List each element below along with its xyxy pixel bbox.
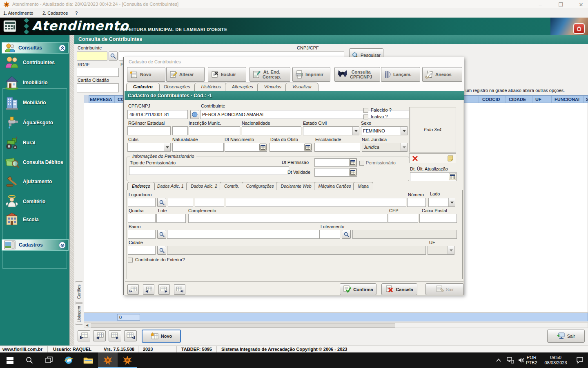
toolbar-anexos-button[interactable]: Anexos [422, 67, 462, 82]
toolbar-excluir-button[interactable]: Excluir [208, 67, 246, 82]
calendar-icon[interactable] [349, 159, 356, 166]
task-view-button[interactable] [39, 352, 59, 368]
sidebar-item-ajuizamento[interactable]: Ajuizamento [4, 173, 65, 191]
language-indicator[interactable]: POR PTB2 [526, 355, 537, 366]
toolbar-consulta-cpf-button[interactable]: Consulta CPF/CNPJ [334, 67, 380, 82]
column-header[interactable]: S [586, 97, 588, 102]
sidebar-item-cemiterio[interactable]: Cemitério [4, 193, 65, 211]
estado-civil-select[interactable] [303, 126, 359, 135]
permissionario-checkbox[interactable] [359, 161, 364, 166]
subtab-contrib[interactable]: Contrib. [220, 182, 244, 190]
scroll-left-arrow[interactable]: ◀ [84, 323, 90, 328]
subtab-endereco[interactable]: Endereço [127, 182, 155, 190]
logradouro-name-input[interactable] [226, 198, 406, 207]
clock[interactable]: 09:50 08/03/2023 [541, 355, 570, 366]
close-button[interactable]: ✕ [574, 0, 588, 9]
sidebar-item-contribuintes[interactable]: Contribuintes [4, 54, 65, 72]
toolbar-imprimir-button[interactable]: Imprimir [292, 67, 330, 82]
cidade-name-input[interactable] [167, 246, 426, 255]
numero-input[interactable] [407, 198, 426, 207]
record-next-button[interactable] [109, 330, 121, 341]
subtab-dados-adic-2[interactable]: Dados Adic. 2 [186, 182, 222, 190]
loteamento-code-input[interactable] [320, 230, 340, 239]
menu-atendimento[interactable]: 1. Atendimento [3, 11, 33, 16]
calendar-icon[interactable] [259, 144, 267, 151]
novo-button[interactable]: Novo [142, 330, 181, 343]
column-header[interactable]: FUNCIONAI [555, 97, 579, 102]
lote-input[interactable] [156, 214, 186, 223]
minimize-button[interactable]: – [533, 0, 547, 9]
dialog-record-last-button[interactable] [174, 284, 185, 295]
cpf-lookup-button[interactable] [190, 110, 199, 119]
toolbar-novo-button[interactable]: Novo [127, 67, 165, 82]
cutis-select[interactable] [127, 143, 171, 152]
column-header[interactable]: EMPRESA [90, 97, 112, 102]
calendar-icon[interactable] [449, 173, 456, 180]
naturalidade-input[interactable] [172, 143, 224, 152]
nat-juridica-select[interactable]: Juridica [362, 143, 408, 152]
sidebar-group-consultas[interactable]: Consultas [2, 42, 69, 54]
menu-cadastros[interactable]: 2. Cadastros [42, 11, 68, 16]
tab-vinculos[interactable]: Vínculos [257, 83, 288, 91]
sexo-select[interactable]: FEMININO [361, 126, 408, 135]
bairro-code-input[interactable] [128, 230, 156, 239]
falecido-checkbox[interactable] [363, 108, 368, 113]
start-button[interactable] [0, 352, 20, 368]
tab-visualizar[interactable]: Visualizar [285, 83, 319, 91]
calendar-icon[interactable] [304, 144, 312, 151]
contribuinte-code-input[interactable] [77, 52, 107, 61]
tab-observacoes[interactable]: Observações [157, 83, 197, 91]
subtab-maquina-cartoes[interactable]: Máquina Cartões [314, 182, 356, 190]
action-center-button[interactable] [572, 352, 588, 368]
chevron-down-icon[interactable] [59, 242, 66, 249]
sair-button-dialog[interactable]: Sair [425, 283, 464, 295]
cpf-cnpj-input[interactable] [127, 110, 188, 119]
menu-help[interactable]: ? [75, 11, 78, 16]
fiorilli-app-button-active[interactable] [98, 352, 118, 368]
cartao-cidadao-input[interactable] [77, 83, 119, 92]
column-header[interactable]: CIDADE [509, 97, 526, 102]
column-header[interactable]: UF [535, 97, 541, 102]
subtab-dados-adic-1[interactable]: Dados Adic. 1 [153, 182, 188, 190]
rg-input[interactable] [127, 126, 171, 135]
toolbar-at-end-corresp-button[interactable]: At. End. Corresp. [249, 67, 290, 82]
lado-select[interactable] [428, 198, 455, 207]
sidebar-item-escola[interactable]: Escola [4, 211, 65, 229]
search-button[interactable] [109, 52, 118, 61]
loteamento-name-input[interactable] [352, 230, 457, 239]
cep-input[interactable] [388, 214, 418, 223]
toolbar-alterar-button[interactable]: Alterar [166, 67, 205, 82]
subtab-mapa[interactable]: Mapa [353, 182, 373, 190]
dialog-record-prev-button[interactable] [143, 284, 154, 295]
sidebar-item-imobiliario[interactable]: Imobiliário [4, 74, 65, 92]
bairro-name-input[interactable] [167, 230, 320, 239]
sidebar-group-cadastros[interactable]: Cadastros [2, 239, 69, 251]
tab-historicos[interactable]: Históricos [194, 83, 228, 91]
scrollbar-thumb[interactable] [91, 323, 395, 328]
sidebar-item-mobiliario[interactable]: Mobiliário [4, 94, 65, 112]
tab-alteracoes[interactable]: Alterações [225, 83, 260, 91]
logradouro-search-button[interactable] [157, 198, 166, 207]
maximize-button[interactable]: ❐ [554, 0, 568, 9]
record-first-button[interactable] [78, 330, 90, 341]
nacionalidade-input[interactable] [242, 126, 301, 135]
tipo-permissionario-input[interactable] [129, 166, 289, 175]
inscricao-munic-input[interactable] [189, 126, 240, 135]
sidebar-item-rural[interactable]: Rural [4, 134, 65, 152]
record-last-button[interactable] [124, 330, 137, 341]
cidade-search-button[interactable] [157, 246, 166, 255]
inativo-checkbox[interactable] [363, 114, 368, 119]
subtab-declarante-web[interactable]: Declarante Web [276, 182, 316, 190]
sidebar-item-consulta-debitos[interactable]: Consulta Débitos [4, 153, 65, 171]
internet-explorer-button[interactable]: e [59, 352, 78, 368]
tab-listagem[interactable]: Listagem [75, 303, 82, 325]
cidade-code-input[interactable] [128, 246, 156, 255]
file-explorer-button[interactable] [78, 352, 98, 368]
fiorilli-app-button-2[interactable] [118, 352, 137, 368]
column-header[interactable]: CODCID [482, 97, 500, 102]
toolbar-lancam-button[interactable]: Lançam. [381, 67, 420, 82]
subtab-configuracoes[interactable]: Configurações [242, 182, 278, 190]
sair-button-main[interactable]: Sair [547, 330, 585, 343]
calendar-icon[interactable] [349, 168, 356, 176]
chevron-up-icon[interactable] [59, 45, 66, 52]
